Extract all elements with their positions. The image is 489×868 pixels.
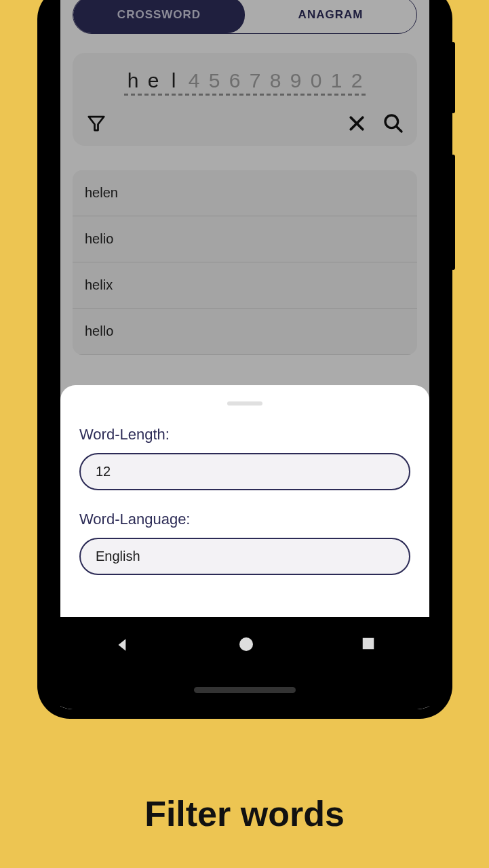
search-panel: h e l 4 5 6 7 8 9 0 1 2 xyxy=(73,53,417,146)
phone-side-button xyxy=(451,155,455,270)
promo-caption: Filter words xyxy=(0,793,489,834)
svg-line-4 xyxy=(396,126,402,132)
letter-slot[interactable]: e xyxy=(144,69,162,96)
tab-crossword[interactable]: CROSSWORD xyxy=(73,0,245,33)
word-length-label: Word-Length: xyxy=(79,426,410,443)
list-item[interactable]: helix xyxy=(73,262,417,309)
letter-slot[interactable]: 0 xyxy=(307,69,325,96)
app-screen: CROSSWORD ANAGRAM h e l 4 5 6 7 8 9 0 1 … xyxy=(60,0,429,709)
letter-slot[interactable]: 9 xyxy=(287,69,305,96)
list-item[interactable]: hello xyxy=(73,309,417,355)
letter-slot[interactable]: h xyxy=(124,69,142,96)
letter-slot[interactable]: 8 xyxy=(267,69,284,96)
filter-icon[interactable] xyxy=(85,112,108,135)
letter-slot[interactable]: 7 xyxy=(246,69,264,96)
nav-back-icon[interactable] xyxy=(114,636,132,656)
word-length-field[interactable]: 12 xyxy=(79,453,410,490)
sheet-drag-handle[interactable] xyxy=(227,401,262,406)
tab-anagram[interactable]: ANAGRAM xyxy=(245,0,416,33)
letter-slot[interactable]: 4 xyxy=(185,69,203,96)
nav-recent-icon[interactable] xyxy=(361,636,376,654)
letter-slot[interactable]: l xyxy=(165,69,182,96)
home-indicator xyxy=(194,687,296,693)
svg-marker-0 xyxy=(89,117,104,130)
svg-point-6 xyxy=(239,637,253,651)
android-nav-bar xyxy=(60,617,429,709)
letter-input-row[interactable]: h e l 4 5 6 7 8 9 0 1 2 xyxy=(85,69,405,96)
results-list: helen helio helix hello xyxy=(73,170,417,355)
word-language-label: Word-Language: xyxy=(79,511,410,528)
letter-slot[interactable]: 1 xyxy=(328,69,345,96)
list-item[interactable]: helen xyxy=(73,170,417,216)
letter-slot[interactable]: 5 xyxy=(206,69,223,96)
nav-home-icon[interactable] xyxy=(238,636,254,655)
mode-tabs: CROSSWORD ANAGRAM xyxy=(73,0,417,34)
letter-slot[interactable]: 2 xyxy=(348,69,366,96)
phone-frame: CROSSWORD ANAGRAM h e l 4 5 6 7 8 9 0 1 … xyxy=(37,0,452,719)
svg-marker-5 xyxy=(118,639,125,650)
phone-side-button xyxy=(451,42,455,113)
list-item[interactable]: helio xyxy=(73,216,417,262)
svg-rect-7 xyxy=(363,638,374,650)
letter-slot[interactable]: 6 xyxy=(226,69,243,96)
clear-icon[interactable] xyxy=(345,112,368,135)
search-icon[interactable] xyxy=(382,112,405,135)
word-language-field[interactable]: English xyxy=(79,538,410,575)
